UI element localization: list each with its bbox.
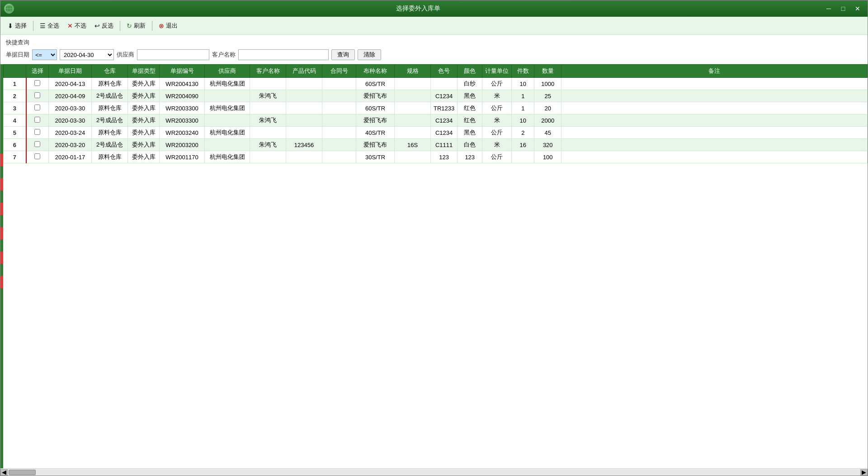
row-contract	[322, 78, 356, 90]
row-qty: 25	[534, 90, 561, 102]
filter-area: 快捷查询 单据日期 <= >= = < > 2020-04-30 供应商 客户名…	[0, 35, 868, 64]
deselect-button[interactable]: ✕ 不选	[64, 20, 90, 32]
row-customer: 朱鸿飞	[250, 139, 286, 151]
th-supplier: 供应商	[205, 65, 250, 78]
row-supplier	[205, 90, 250, 102]
row-date: 2020-03-20	[49, 139, 92, 151]
horizontal-scrollbar[interactable]: ◀ ▶	[0, 468, 868, 476]
deselect-label: 不选	[75, 22, 86, 30]
date-value-select[interactable]: 2020-04-30	[60, 49, 114, 60]
row-fabric: 60S/TR	[356, 102, 395, 114]
table-scroll-area[interactable]: 选择 单据日期 仓库 单据类型 单据编号 供应商 客户名称 产品代码 合同号 布…	[0, 64, 868, 468]
row-checkbox[interactable]	[34, 80, 40, 86]
row-checkbox[interactable]	[34, 92, 40, 98]
th-customer: 客户名称	[250, 65, 286, 78]
row-customer	[250, 151, 286, 163]
close-button[interactable]: ✕	[851, 4, 864, 14]
row-docno: WR2003300	[160, 102, 205, 114]
row-checkbox-cell[interactable]	[26, 127, 49, 139]
table-row: 5 2020-03-24 原料仓库 委外入库 WR2003240 杭州电化集团 …	[4, 127, 868, 139]
select-button[interactable]: ⬇ 选择	[4, 20, 30, 32]
row-remark	[561, 127, 868, 139]
table-row: 7 2020-01-17 原料仓库 委外入库 WR2001170 杭州电化集团 …	[4, 151, 868, 163]
selectall-button[interactable]: ☰ 全选	[36, 20, 63, 32]
query-button[interactable]: 查询	[331, 49, 355, 60]
row-fabric: 30S/TR	[356, 151, 395, 163]
row-checkbox[interactable]	[34, 153, 40, 159]
row-checkbox[interactable]	[34, 117, 40, 123]
row-supplier	[205, 139, 250, 151]
row-type: 委外入库	[128, 127, 160, 139]
supplier-input[interactable]	[137, 49, 209, 60]
row-unit: 米	[482, 114, 512, 127]
exit-button[interactable]: ⊗ 退出	[155, 20, 181, 32]
separator-2	[120, 21, 120, 31]
row-checkbox-cell[interactable]	[26, 151, 49, 163]
row-contract	[322, 114, 356, 127]
maximize-button[interactable]: □	[837, 4, 849, 14]
select-label: 选择	[15, 22, 27, 30]
row-contract	[322, 90, 356, 102]
scroll-left-button[interactable]: ◀	[0, 469, 8, 476]
row-docno: WR2003240	[160, 127, 205, 139]
row-pieces: 16	[512, 139, 534, 151]
separator-1	[33, 21, 33, 31]
row-number: 4	[4, 114, 26, 127]
row-checkbox-cell[interactable]	[26, 78, 49, 90]
scroll-right-button[interactable]: ▶	[860, 469, 868, 476]
row-spec	[395, 114, 431, 127]
row-colorcode: TR1233	[431, 102, 458, 114]
row-prodcode	[286, 78, 322, 90]
row-fabric: 60S/TR	[356, 78, 395, 90]
row-date: 2020-04-13	[49, 78, 92, 90]
row-unit: 公斤	[482, 102, 512, 114]
row-prodcode: 123456	[286, 139, 322, 151]
row-checkbox-cell[interactable]	[26, 90, 49, 102]
th-fabric: 布种名称	[356, 65, 395, 78]
refresh-icon: ↻	[127, 22, 132, 29]
scrollbar-thumb[interactable]	[9, 470, 36, 475]
row-color: 红色	[458, 114, 482, 127]
invert-button[interactable]: ↩ 反选	[91, 20, 117, 32]
row-checkbox[interactable]	[34, 129, 40, 135]
row-date: 2020-03-30	[49, 114, 92, 127]
row-customer: 朱鸿飞	[250, 114, 286, 127]
th-type: 单据类型	[128, 65, 160, 78]
th-rownum	[4, 65, 26, 78]
row-spec	[395, 78, 431, 90]
supplier-filter-label: 供应商	[117, 51, 134, 59]
minimize-button[interactable]: ─	[822, 4, 835, 14]
refresh-button[interactable]: ↻ 刷新	[123, 20, 149, 32]
row-warehouse: 原料仓库	[92, 151, 128, 163]
th-unit: 计量单位	[482, 65, 512, 78]
filter-row: 单据日期 <= >= = < > 2020-04-30 供应商 客户名称 查询 …	[6, 49, 862, 60]
row-qty: 45	[534, 127, 561, 139]
refresh-label: 刷新	[134, 22, 146, 30]
date-operator-select[interactable]: <= >= = < >	[32, 49, 57, 60]
row-checkbox-cell[interactable]	[26, 139, 49, 151]
row-checkbox-cell[interactable]	[26, 114, 49, 127]
row-date: 2020-03-30	[49, 102, 92, 114]
title-bar: 选择委外入库单 ─ □ ✕	[0, 0, 868, 17]
table-row: 1 2020-04-13 原料仓库 委外入库 WR2004130 杭州电化集团 …	[4, 78, 868, 90]
row-date: 2020-03-24	[49, 127, 92, 139]
table-container[interactable]: 选择 单据日期 仓库 单据类型 单据编号 供应商 客户名称 产品代码 合同号 布…	[0, 64, 868, 468]
selectall-icon: ☰	[40, 22, 46, 29]
customer-input[interactable]	[238, 49, 329, 60]
row-qty: 320	[534, 139, 561, 151]
row-warehouse: 原料仓库	[92, 78, 128, 90]
invert-label: 反选	[102, 22, 113, 30]
row-warehouse: 2号成品仓	[92, 114, 128, 127]
row-type: 委外入库	[128, 78, 160, 90]
filter-section-label: 快捷查询	[6, 38, 862, 47]
globe-icon	[4, 4, 14, 14]
clear-button[interactable]: 清除	[358, 49, 381, 60]
row-checkbox[interactable]	[34, 105, 40, 110]
separator-3	[152, 21, 152, 31]
row-checkbox-cell[interactable]	[26, 102, 49, 114]
row-indicator-6	[0, 276, 3, 288]
title-bar-left	[4, 4, 14, 14]
row-customer	[250, 127, 286, 139]
row-checkbox[interactable]	[34, 141, 40, 147]
row-docno: WR2001170	[160, 151, 205, 163]
